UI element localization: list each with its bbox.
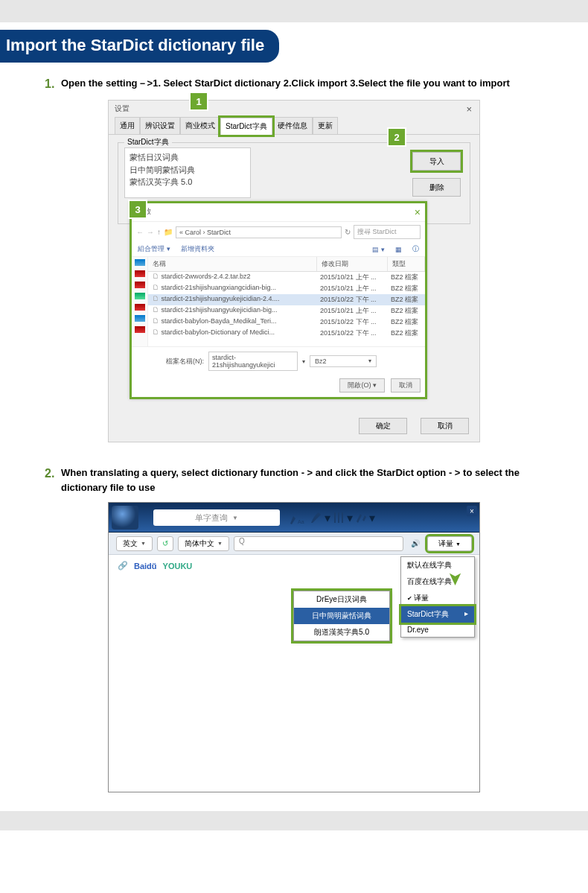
lang-from-select[interactable]: 英文▼ — [116, 536, 153, 551]
sidebar-icon[interactable] — [135, 326, 145, 333]
title-banner: Import the StarDict dictionary file — [0, 22, 588, 71]
mode-label: 单字查询 — [195, 512, 228, 524]
translate-toolbar: 英文▼ ↺ 简体中文▼ Q 🔊 译量 ▼ — [109, 533, 479, 555]
table-row[interactable]: stardict-21shijishuangyukejicidian-2.4..… — [148, 294, 425, 305]
cancel-button[interactable]: 取消 — [421, 418, 469, 434]
svg-rect-2 — [338, 512, 339, 523]
search-input[interactable]: 搜尋 StarDict — [354, 225, 421, 239]
step-2-text: When translating a query, select diction… — [61, 465, 566, 495]
delete-button[interactable]: 删除 — [412, 178, 461, 197]
app-titlebar: 单字查询 ▼ Aa ▾ ▾ ▾ × — [109, 503, 479, 533]
table-row[interactable]: stardict-babylon-Dictionary of Medici...… — [148, 328, 425, 339]
page-bottom-bar — [0, 811, 588, 830]
stardict-submenu[interactable]: DrEye日汉词典 日中簡明蒙恬词典 朗道漢英字典5.0 — [293, 591, 390, 641]
submenu-item-selected[interactable]: 日中簡明蒙恬词典 — [294, 608, 389, 624]
settings-title: 设置 — [109, 101, 479, 117]
step-1: 1. Open the setting－>1. Select StarDict … — [45, 76, 566, 91]
sidebar-icon[interactable] — [135, 293, 145, 299]
translator-app-window: 单字查询 ▼ Aa ▾ ▾ ▾ × 英文▼ ↺ 简体中文▼ Q 🔊 译量 ▼ 🔗… — [108, 502, 480, 792]
tab-hardware[interactable]: 硬件信息 — [272, 117, 313, 134]
ok-button[interactable]: 确定 — [359, 418, 407, 434]
toolbar-icons: Aa ▾ ▾ ▾ — [286, 506, 375, 530]
open-button[interactable]: 開啟(O) ▾ — [339, 378, 385, 393]
tools-icon[interactable]: ▾ — [330, 506, 353, 529]
query-input[interactable]: Q — [234, 536, 403, 551]
col-name[interactable]: 名稱 — [148, 257, 317, 271]
brush-icon[interactable]: ▾ — [308, 506, 330, 529]
preview-icon[interactable]: ▦ — [395, 246, 402, 253]
file-open-dialog: 開啟 × ← → ↑ 📁 « Carol › StarDict ↻ 搜尋 Sta… — [130, 201, 427, 399]
list-item[interactable]: 蒙恬日汉词典 — [130, 151, 246, 164]
svg-rect-3 — [342, 512, 343, 523]
sidebar-icon[interactable] — [135, 270, 145, 277]
svg-text:Aa: Aa — [298, 519, 304, 524]
youku-link[interactable]: YOUKU — [163, 562, 193, 571]
import-button[interactable]: 导入 — [412, 152, 461, 171]
mode-select[interactable]: 单字查询 ▼ — [153, 509, 280, 526]
nav-fwd-icon[interactable]: → — [147, 228, 154, 236]
new-folder-button[interactable]: 新增資料夾 — [181, 244, 214, 254]
table-row[interactable]: stardict-21shijishuangyukejicidian-big..… — [148, 305, 425, 317]
sidebar-icon[interactable] — [135, 259, 145, 266]
dictionary-list[interactable]: 蒙恬日汉词典 日中简明蒙恬词典 蒙恬汉英字典 5.0 — [124, 147, 251, 198]
tab-update[interactable]: 更新 — [313, 117, 338, 134]
chevron-down-icon[interactable]: ▾ — [302, 358, 305, 365]
file-list[interactable]: 名稱 修改日期 類型 stardict-2wwords-2.4.2.tar.bz… — [148, 257, 425, 346]
table-row[interactable]: stardict-21shijishuangxiangcidian-big...… — [148, 283, 425, 294]
menu-item-yiliang[interactable]: 译量 — [401, 590, 474, 606]
arrow-down-icon: ➤ — [445, 571, 466, 586]
callout-badge-3: 3 — [130, 201, 146, 217]
settings-window: 设置 × 1 2 3 通用 辨识设置 商业模式 StarDict字典 硬件信息 … — [108, 100, 480, 442]
close-icon[interactable]: × — [415, 206, 421, 218]
lang-to-select[interactable]: 简体中文▼ — [178, 536, 229, 551]
tab-recognition[interactable]: 辨识设置 — [140, 117, 180, 134]
dictionary-dropdown-button[interactable]: 译量 ▼ — [427, 536, 472, 551]
refresh-icon[interactable]: ↻ — [345, 228, 351, 236]
nav-back-icon[interactable]: ← — [136, 228, 144, 236]
help-icon[interactable]: ⓘ — [412, 244, 419, 254]
tab-business[interactable]: 商业模式 — [180, 117, 220, 134]
submenu-item[interactable]: DrEye日汉词典 — [294, 591, 389, 608]
page-title: Import the StarDict dictionary file — [0, 30, 279, 63]
list-item[interactable]: 日中简明蒙恬词典 — [130, 164, 246, 177]
table-row[interactable]: stardict-2wwords-2.4.2.tar.bz22015/10/21… — [148, 272, 425, 283]
filter-select[interactable]: Bz2 ▾ — [310, 355, 377, 367]
settings-tabs: 通用 辨识设置 商业模式 StarDict字典 硬件信息 更新 — [109, 117, 479, 135]
table-row[interactable]: stardict-babylon-Bayda_Medikal_Teri...20… — [148, 317, 425, 328]
svg-rect-1 — [334, 512, 336, 523]
menu-item-dreye[interactable]: Dr.eye — [401, 623, 474, 637]
tab-stardict[interactable]: StarDict字典 — [220, 118, 272, 135]
page-top-bar — [0, 0, 588, 22]
step-1-text: Open the setting－>1. Select StarDict dic… — [61, 76, 510, 91]
col-type[interactable]: 類型 — [388, 257, 425, 271]
sidebar-icon[interactable] — [135, 282, 145, 288]
speaker-icon[interactable]: 🔊 — [408, 539, 423, 547]
submenu-item[interactable]: 朗道漢英字典5.0 — [294, 624, 389, 641]
app-logo-icon — [112, 506, 138, 530]
callout-badge-1: 1 — [191, 93, 207, 109]
dictionary-menu[interactable]: 默认在线字典 百度在线字典 译量 StarDict字典▸ Dr.eye — [400, 556, 475, 638]
swap-icon[interactable]: ↺ — [157, 536, 173, 551]
chevron-down-icon: ▼ — [232, 515, 238, 521]
list-item[interactable]: 蒙恬汉英字典 5.0 — [130, 176, 246, 188]
pen-icon[interactable]: Aa — [286, 506, 308, 529]
tab-general[interactable]: 通用 — [115, 117, 140, 134]
step-2-number: 2. — [45, 467, 57, 480]
breadcrumb[interactable]: « Carol › StarDict — [176, 226, 342, 238]
cancel-button[interactable]: 取消 — [391, 378, 421, 393]
callout-badge-2: 2 — [389, 129, 405, 145]
sidebar-icon[interactable] — [135, 315, 145, 322]
link-icon[interactable]: 🔗 — [118, 561, 128, 571]
col-date[interactable]: 修改日期 — [317, 257, 388, 271]
file-sidebar[interactable] — [132, 257, 148, 346]
close-icon[interactable]: × — [467, 506, 477, 516]
settings-icon[interactable]: ▾ — [353, 506, 375, 529]
sidebar-icon[interactable] — [135, 304, 145, 311]
nav-up-icon[interactable]: ↑ — [157, 228, 161, 236]
menu-item-stardict[interactable]: StarDict字典▸ — [401, 606, 474, 623]
filename-input[interactable]: stardict-21shijishuangyukejici — [208, 352, 298, 371]
organize-menu[interactable]: 組合管理 ▾ — [138, 244, 170, 254]
baidu-link[interactable]: Baidŭ — [134, 562, 157, 571]
view-icon[interactable]: ▤ ▾ — [372, 246, 385, 253]
close-icon[interactable]: × — [466, 104, 472, 115]
